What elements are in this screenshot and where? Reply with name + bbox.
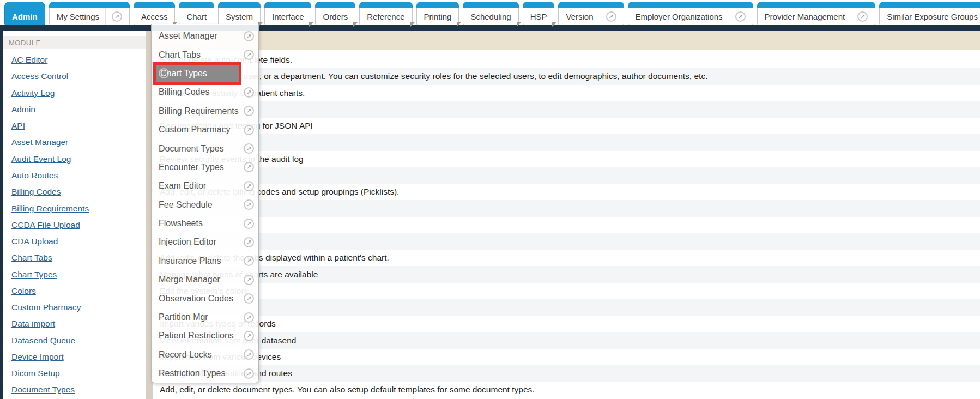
menu-item-label[interactable]: Record Locks bbox=[159, 350, 244, 360]
chart-menu-item-13[interactable]: Merge Manager ↗ bbox=[152, 270, 258, 289]
sidebar-module-link-16[interactable]: Data import bbox=[11, 319, 55, 329]
sidebar-module-link-17[interactable]: Datasend Queue bbox=[11, 336, 75, 346]
chart-menu-item-7[interactable]: Encounter Types ↗ bbox=[152, 158, 258, 177]
tab-3[interactable]: Chart ↗ bbox=[179, 2, 214, 25]
chart-menu-item-17[interactable]: Record Locks ↗ bbox=[152, 346, 258, 364]
external-link-icon[interactable]: ↗ bbox=[244, 162, 254, 172]
external-link-slot[interactable]: ↗ bbox=[105, 8, 122, 25]
sidebar-module-link-20[interactable]: Document Types bbox=[11, 385, 75, 395]
menu-item-label[interactable]: Billing Codes bbox=[159, 87, 244, 97]
external-link-icon[interactable]: ↗ bbox=[244, 181, 254, 191]
sidebar-module-link-11[interactable]: CDA Upload bbox=[11, 237, 58, 246]
sidebar-module-link-10[interactable]: CCDA File Upload bbox=[11, 220, 80, 230]
menu-item-label[interactable]: Injection Editor bbox=[159, 237, 244, 247]
chart-menu-item-15[interactable]: Partition Mgr ↗ bbox=[152, 308, 258, 327]
external-link-icon[interactable]: ↗ bbox=[244, 293, 254, 304]
tab-6[interactable]: Orders ↗ bbox=[315, 2, 355, 25]
menu-item-label[interactable]: Flowsheets bbox=[159, 219, 244, 228]
external-link-icon[interactable]: ↗ bbox=[735, 11, 746, 22]
chart-menu-item-4[interactable]: Billing Requirements ↗ bbox=[152, 102, 258, 120]
external-link-icon[interactable]: ↗ bbox=[244, 50, 254, 60]
sidebar-module-link-0[interactable]: AC Editor bbox=[11, 55, 47, 65]
external-link-slot[interactable]: ↗ bbox=[600, 8, 616, 25]
chart-menu-item-8[interactable]: Exam Editor ↗ bbox=[152, 177, 258, 195]
sidebar-module-link-7[interactable]: Auto Routes bbox=[11, 171, 58, 180]
external-link-slot[interactable]: ↗ bbox=[729, 8, 746, 25]
sidebar-module-link-12[interactable]: Chart Tabs bbox=[11, 253, 52, 263]
tab-0[interactable]: Admin ↗ bbox=[4, 2, 45, 25]
tab-13[interactable]: Provider Management ↗ bbox=[757, 2, 876, 25]
chart-menu-item-18[interactable]: Restriction Types ↗ bbox=[152, 364, 258, 383]
menu-item-label[interactable]: Encounter Types bbox=[159, 162, 244, 172]
tab-4[interactable]: System ↗ bbox=[218, 2, 261, 25]
chart-menu-item-9[interactable]: Fee Schedule ↗ bbox=[152, 196, 258, 214]
chart-menu-item-0[interactable]: Asset Manager ↗ bbox=[152, 27, 258, 45]
sidebar-module-link-6[interactable]: Audit Event Log bbox=[11, 154, 71, 164]
external-link-icon[interactable]: ↗ bbox=[244, 219, 254, 229]
tab-1[interactable]: My Settings ↗ bbox=[49, 2, 130, 25]
chart-menu-item-5[interactable]: Custom Pharmacy ↗ bbox=[152, 120, 258, 139]
menu-item-label[interactable]: Fee Schedule bbox=[159, 200, 244, 210]
menu-item-label[interactable]: Observation Codes bbox=[159, 294, 244, 304]
chart-menu-item-14[interactable]: Observation Codes ↗ bbox=[152, 289, 258, 307]
external-link-icon[interactable]: ↗ bbox=[244, 349, 254, 360]
sidebar-module-link-13[interactable]: Chart Types bbox=[11, 270, 57, 280]
external-link-icon[interactable]: ↗ bbox=[244, 125, 254, 135]
external-link-icon[interactable]: ↗ bbox=[244, 106, 254, 116]
chart-menu-item-1[interactable]: Chart Tabs ↗ bbox=[152, 45, 258, 64]
menu-item-label[interactable]: Asset Manager bbox=[159, 31, 244, 41]
external-link-icon[interactable]: ↗ bbox=[244, 87, 254, 98]
sidebar-module-link-1[interactable]: Access Control bbox=[11, 71, 68, 81]
tab-10[interactable]: HSP ↗ bbox=[523, 2, 555, 25]
tab-top-strip bbox=[264, 2, 311, 8]
external-link-icon[interactable]: ↗ bbox=[244, 331, 254, 341]
tab-12[interactable]: Employer Organizations ↗ bbox=[628, 2, 753, 25]
external-link-icon[interactable]: ↗ bbox=[244, 256, 254, 266]
external-link-icon[interactable]: ↗ bbox=[112, 11, 122, 22]
external-link-icon[interactable]: ↗ bbox=[244, 200, 254, 210]
sidebar-module-link-3[interactable]: Admin bbox=[11, 105, 35, 114]
chart-menu-item-2[interactable]: Chart Types ↗ bbox=[152, 64, 258, 83]
external-link-icon[interactable]: ↗ bbox=[244, 237, 254, 247]
menu-item-label[interactable]: Insurance Plans bbox=[159, 256, 244, 266]
chart-menu-item-16[interactable]: Patient Restrictions ↗ bbox=[152, 327, 258, 345]
menu-item-label[interactable]: Patient Restrictions bbox=[159, 331, 244, 341]
menu-item-label[interactable]: Exam Editor bbox=[159, 181, 244, 191]
menu-item-label[interactable]: Chart Tabs bbox=[159, 50, 244, 60]
sidebar-module-link-9[interactable]: Billing Requirements bbox=[11, 204, 89, 214]
external-link-icon[interactable]: ↗ bbox=[244, 312, 254, 323]
external-link-icon[interactable]: ↗ bbox=[857, 11, 868, 22]
menu-item-label[interactable]: Partition Mgr bbox=[159, 312, 244, 322]
tab-11[interactable]: Version ↗ bbox=[558, 2, 624, 25]
tab-7[interactable]: Reference ↗ bbox=[359, 2, 412, 25]
sidebar-module-link-19[interactable]: Dicom Setup bbox=[11, 368, 60, 378]
chart-menu-item-12[interactable]: Insurance Plans ↗ bbox=[152, 252, 258, 270]
sidebar-module-link-2[interactable]: Activity Log bbox=[11, 88, 55, 98]
external-link-icon[interactable]: ↗ bbox=[244, 368, 254, 379]
tab-2[interactable]: Access ↗ bbox=[134, 2, 175, 25]
chart-menu-item-10[interactable]: Flowsheets ↗ bbox=[152, 214, 258, 233]
tab-14[interactable]: Similar Exposure Groups (SEGs) ↗ bbox=[879, 2, 980, 25]
tab-5[interactable]: Interface ↗ bbox=[264, 2, 311, 25]
menu-item-label[interactable]: Restriction Types bbox=[159, 368, 244, 378]
chart-menu-item-6[interactable]: Document Types ↗ bbox=[152, 139, 258, 158]
sidebar-module-link-14[interactable]: Colors bbox=[11, 286, 36, 296]
sidebar-module-link-15[interactable]: Custom Pharmacy bbox=[11, 303, 81, 312]
external-link-icon[interactable]: ↗ bbox=[244, 143, 254, 154]
menu-item-label[interactable]: Document Types bbox=[159, 144, 244, 154]
external-link-slot[interactable]: ↗ bbox=[851, 8, 868, 25]
menu-item-label[interactable]: Billing Requirements bbox=[159, 106, 244, 116]
external-link-icon[interactable]: ↗ bbox=[244, 31, 254, 41]
chart-menu-item-11[interactable]: Injection Editor ↗ bbox=[152, 233, 258, 251]
sidebar-module-link-5[interactable]: Asset Manager bbox=[11, 137, 68, 147]
sidebar-module-link-8[interactable]: Billing Codes bbox=[11, 187, 61, 197]
chart-menu-item-3[interactable]: Billing Codes ↗ bbox=[152, 83, 258, 101]
external-link-icon[interactable]: ↗ bbox=[244, 275, 254, 285]
menu-item-label[interactable]: Merge Manager bbox=[159, 275, 244, 285]
tab-8[interactable]: Printing ↗ bbox=[416, 2, 459, 25]
sidebar-module-link-18[interactable]: Device Import bbox=[11, 352, 64, 362]
external-link-icon[interactable]: ↗ bbox=[606, 11, 616, 22]
tab-9[interactable]: Scheduling ↗ bbox=[463, 2, 518, 25]
menu-item-label[interactable]: Custom Pharmacy bbox=[159, 125, 244, 135]
sidebar-module-link-4[interactable]: API bbox=[11, 121, 25, 131]
